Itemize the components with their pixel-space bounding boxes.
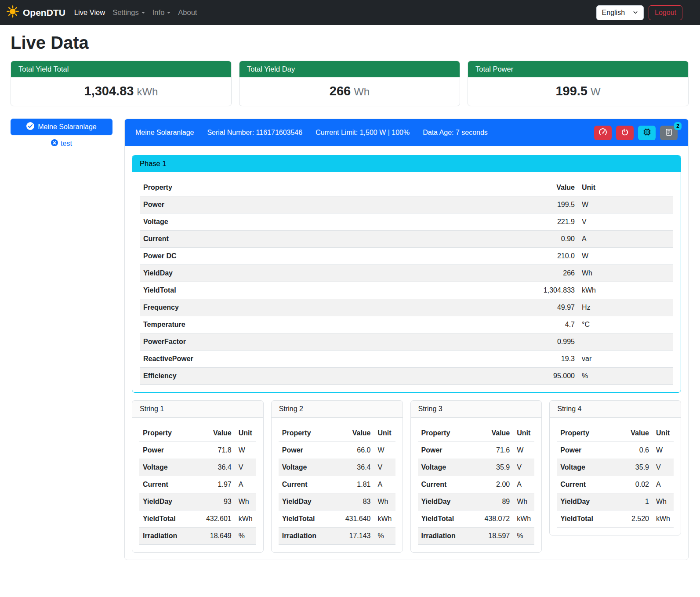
navbar: OpenDTU Live View Settings Info About En… (0, 0, 700, 25)
row-property: Power (279, 442, 340, 459)
row-unit: °C (578, 316, 673, 333)
row-property: YieldDay (139, 493, 201, 510)
nav-links: Live View Settings Info About (74, 8, 197, 17)
row-property: YieldTotal (557, 510, 618, 528)
row-property: Power (140, 196, 521, 213)
limit-settings-button[interactable] (594, 126, 612, 140)
row-unit: % (578, 368, 673, 385)
table-row: YieldDay 266 Wh (140, 265, 673, 282)
column-unit: Unit (235, 425, 256, 442)
table-row: Voltage 35.9 V (418, 459, 535, 476)
language-value: English (602, 9, 625, 17)
table-row: Frequency 49.97 Hz (140, 299, 673, 316)
nav-item-about[interactable]: About (178, 8, 197, 17)
nav-item-info[interactable]: Info (152, 8, 171, 17)
row-unit: W (578, 196, 673, 213)
row-property: Irradiation (279, 528, 340, 545)
event-log-button[interactable]: 2 (660, 126, 678, 140)
inverter-name-label: Meine Solaranlage (38, 123, 96, 131)
row-unit: A (653, 476, 674, 493)
logout-button[interactable]: Logout (649, 5, 682, 20)
string-title: String 2 (272, 401, 403, 418)
brand-name: OpenDTU (23, 7, 65, 18)
string-card-2: String 2 Property Value Unit (271, 400, 403, 553)
row-property: YieldTotal (279, 510, 340, 528)
device-info-button[interactable] (638, 126, 656, 140)
row-value: 1,304.833 (521, 282, 578, 299)
row-unit: V (653, 459, 674, 476)
row-property: Temperature (140, 316, 521, 333)
table-row: Irradiation 17.143 % (279, 528, 395, 545)
main-content: Live Data Total Yield Total 1,304.83kWh … (0, 25, 700, 572)
table-header-row: Property Value Unit (139, 425, 256, 442)
brand[interactable]: OpenDTU (6, 5, 65, 20)
summary-card-body: 1,304.83kWh (11, 77, 231, 106)
row-unit: % (513, 528, 534, 545)
table-row: Power DC 210.0 W (140, 248, 673, 265)
row-value: 49.97 (521, 299, 578, 316)
row-unit: W (578, 248, 673, 265)
table-header-row: Property Value Unit (418, 425, 535, 442)
table-row: Efficiency 95.000 % (140, 368, 673, 385)
row-property: Voltage (140, 213, 521, 231)
row-property: YieldTotal (139, 510, 201, 528)
inverter-name-label: test (61, 140, 72, 148)
summary-card-unit: kWh (137, 86, 158, 98)
nav-item-label: Settings (112, 8, 139, 17)
string-title: String 3 (411, 401, 542, 418)
row-unit: kWh (513, 510, 534, 528)
row-property: Irradiation (139, 528, 201, 545)
row-property: YieldDay (418, 493, 479, 510)
panel-current-limit: Current Limit: 1,500 W | 100% (316, 129, 410, 137)
column-property: Property (139, 425, 201, 442)
summary-card-title: Total Power (468, 61, 688, 77)
table-row: Temperature 4.7 °C (140, 316, 673, 333)
row-property: YieldDay (140, 265, 521, 282)
inverter-panel-header: Meine Solaranlage Serial Number: 1161716… (125, 119, 688, 146)
row-value: 1.81 (340, 476, 374, 493)
row-value: 2.520 (618, 510, 653, 528)
string-card-3: String 3 Property Value Unit (410, 400, 542, 553)
summary-card-total-yield-day: Total Yield Day 266Wh (239, 61, 460, 106)
nav-item-settings[interactable]: Settings (112, 8, 145, 17)
row-property: PowerFactor (140, 333, 521, 351)
row-value: 89 (479, 493, 513, 510)
table-row: ReactivePower 19.3 var (140, 351, 673, 368)
table-row: Power 66.0 W (279, 442, 395, 459)
row-unit: W (374, 442, 395, 459)
inverter-select-button[interactable]: Meine Solaranlage (11, 119, 112, 135)
row-unit: W (513, 442, 534, 459)
row-property: YieldDay (557, 493, 618, 510)
inverter-test-button[interactable]: test (51, 139, 72, 148)
strings-row: String 1 Property Value Unit (132, 400, 681, 553)
table-row: Voltage 35.9 V (557, 459, 674, 476)
nav-item-label: Info (152, 8, 165, 17)
nav-item-live-view[interactable]: Live View (74, 8, 105, 17)
summary-card-title: Total Yield Total (11, 61, 231, 77)
page-title: Live Data (11, 33, 689, 53)
row-property: Current (557, 476, 618, 493)
panel-action-buttons: 2 (594, 126, 678, 140)
column-value: Value (479, 425, 513, 442)
row-unit: Wh (653, 493, 674, 510)
row-property: Current (140, 231, 521, 248)
inverter-panel-body: Phase 1 Property Value Unit (125, 146, 688, 560)
row-unit: % (235, 528, 256, 545)
table-row: Current 1.97 A (139, 476, 256, 493)
row-value: 1.97 (201, 476, 235, 493)
row-value: 0.995 (521, 333, 578, 351)
row-unit: W (235, 442, 256, 459)
power-button[interactable] (616, 126, 634, 140)
column-property: Property (279, 425, 340, 442)
table-row: YieldDay 83 Wh (279, 493, 395, 510)
table-row: Voltage 36.4 V (279, 459, 395, 476)
table-row: Power 0.6 W (557, 442, 674, 459)
row-unit: V (374, 459, 395, 476)
caret-down-icon (141, 12, 145, 14)
power-icon (621, 128, 629, 137)
language-select[interactable]: English (596, 5, 644, 20)
table-header-row: Property Value Unit (279, 425, 395, 442)
row-value: 210.0 (521, 248, 578, 265)
table-row: Current 0.90 A (140, 231, 673, 248)
summary-card-value: 199.5 (555, 84, 588, 98)
